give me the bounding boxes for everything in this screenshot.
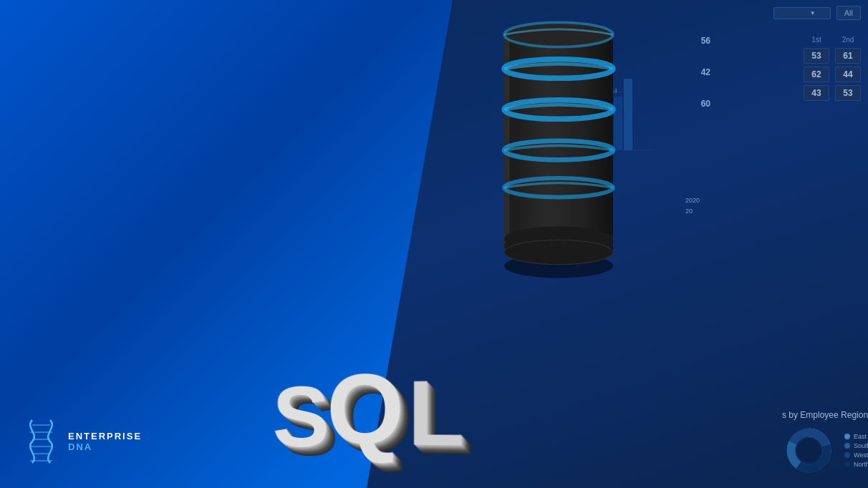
sql-letter-s: S <box>273 373 330 459</box>
sql-graphic: S Q L <box>272 359 464 459</box>
legend-label-south: South 46 <box>854 442 868 449</box>
legend-south: South 46 <box>844 442 868 449</box>
donut-container: East 35 South 46 West 38 North 39 <box>782 424 868 477</box>
num-56: 56 <box>701 36 710 46</box>
dropdown-container[interactable]: ▼ <box>773 7 831 19</box>
donut-chart-area: s by Employee Region East 35 <box>782 410 868 477</box>
num-60: 60 <box>701 99 710 109</box>
donut-svg <box>782 424 836 477</box>
score-cell-1-1: 53 <box>804 48 829 64</box>
all-label: All <box>836 6 861 20</box>
cylinder-svg <box>487 14 630 286</box>
score-cell-3-1: 43 <box>804 85 829 101</box>
logo-enterprise-text: ENTERPRISE <box>68 431 142 441</box>
legend-label-west: West 38 <box>854 452 868 459</box>
logo-dna-text: DNA <box>68 441 142 452</box>
logo-text: ENTERPRISE DNA <box>68 431 142 452</box>
dropdown-arrow: ▼ <box>810 10 816 16</box>
svg-point-29 <box>504 226 613 250</box>
legend-dot-east <box>844 434 850 439</box>
score-cell-1-2: 61 <box>835 48 861 64</box>
legend-east: East 35 <box>844 433 868 440</box>
database-cylinder <box>487 14 630 272</box>
score-row-3: 43 53 <box>804 85 861 101</box>
sql-letter-q: Q <box>327 358 405 460</box>
logo-area: ENTERPRISE DNA <box>21 416 142 467</box>
num-42: 42 <box>701 67 710 77</box>
score-row-2: 62 44 <box>804 67 861 82</box>
score-header-1st: 1st <box>804 36 829 44</box>
score-header-row: 1st 2nd <box>804 36 861 44</box>
dna-helix-icon <box>21 416 61 467</box>
sql-letter-l: L <box>408 366 465 460</box>
legend-dot-west <box>844 452 850 458</box>
year-20: 20 <box>685 208 700 215</box>
score-row-1: 53 61 <box>804 48 861 64</box>
legend-dot-south <box>844 443 850 449</box>
filter-dropdown[interactable]: ▼ <box>773 7 831 19</box>
year-2020: 2020 <box>685 197 700 204</box>
year-labels: 2020 20 <box>685 197 700 215</box>
score-cards: 1st 2nd 53 61 62 44 43 53 <box>804 36 861 101</box>
legend-north: North 39 <box>844 461 868 468</box>
legend-dot-north <box>844 462 850 467</box>
score-header-2nd: 2nd <box>835 36 861 44</box>
legend-label-east: East 35 <box>854 433 868 440</box>
score-cell-2-1: 62 <box>804 67 829 82</box>
donut-title: s by Employee Region <box>782 410 868 420</box>
donut-legend: East 35 South 46 West 38 North 39 <box>844 433 868 468</box>
svg-point-16 <box>798 439 821 462</box>
legend-label-north: North 39 <box>854 461 868 468</box>
topbar: ▼ All <box>773 6 861 20</box>
score-cell-3-2: 53 <box>835 85 861 101</box>
score-cell-2-2: 44 <box>835 67 861 82</box>
legend-west: West 38 <box>844 452 868 459</box>
partial-numbers: 56 42 60 <box>701 36 710 109</box>
